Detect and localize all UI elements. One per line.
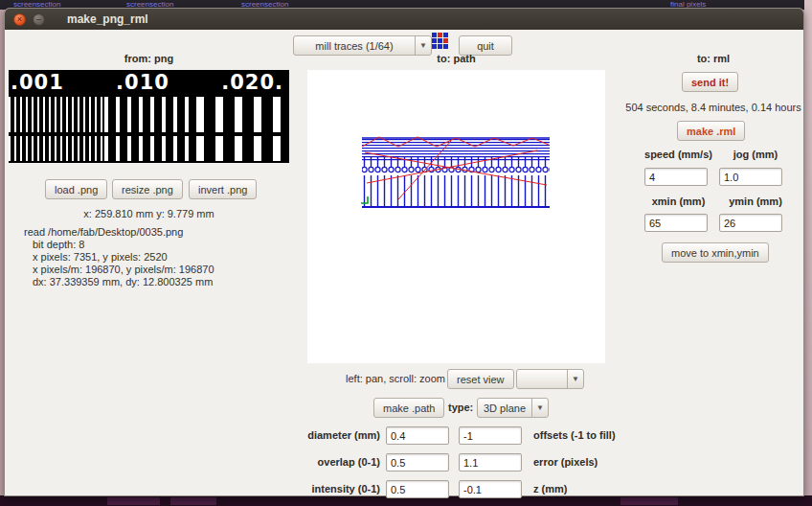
bars-thick [196,97,289,132]
from-png-header: from: png [9,53,289,64]
xmin-label: xmin (mm) [633,196,724,207]
logo-cell [443,44,448,49]
bars-medium [104,97,197,132]
make-path-button[interactable]: make .path [373,398,444,418]
offsets-input[interactable] [459,426,522,445]
jog-input[interactable] [719,168,782,186]
chevron-down-icon[interactable]: ▼ [567,370,583,388]
error-input[interactable] [459,453,522,472]
png-label: .020. [221,71,283,97]
desktop-thumbnail [170,497,216,505]
logo-cell [438,44,442,49]
png-info-line: dx: 37.339359 mm, dy: 12.800325 mm [24,276,214,288]
png-info-line: read /home/fab/Desktop/0035.png [24,226,214,239]
ymin-input[interactable] [719,214,782,232]
type-label: type: [448,402,473,413]
logo-cell [432,44,437,49]
png-label: .001 [11,71,64,97]
png-preview: .001 .010 .020. [9,70,289,163]
path-view-canvas[interactable] [307,70,605,363]
diameter-label: diameter (mm) [275,429,380,441]
overlap-input[interactable] [386,453,449,472]
xmin-input[interactable] [644,214,708,232]
png-test-bars [9,136,289,161]
bars-medium [104,136,197,161]
type-select-value: 3D plane [478,399,531,417]
bars-thin [9,136,104,161]
png-info-block: read /home/fab/Desktop/0035.png bit dept… [24,226,214,288]
close-button[interactable]: × [13,13,26,26]
jog-label: jog (mm) [719,149,792,160]
view-select-value [517,370,567,388]
logo-cell [432,33,437,37]
to-path-header: to: path [307,53,605,64]
z-label: z (mm) [533,483,567,494]
window-title: make_png_rml [67,12,148,26]
logo-cell [443,38,448,43]
desktop-right-strip [804,0,812,506]
png-test-bars [9,97,289,132]
ymin-label: ymin (mm) [719,196,792,207]
error-label: error (pixels) [533,456,598,468]
png-info-line: x pixels: 7351, y pixels: 2520 [24,251,214,264]
send-it-button[interactable]: send it! [682,72,738,92]
logo-cell [443,33,448,37]
invert-png-button[interactable]: invert .png [189,179,257,199]
logo-cell [432,38,437,43]
minimize-button[interactable]: – [33,13,45,26]
close-icon: × [17,15,22,24]
minimize-icon: – [36,15,41,24]
chevron-down-icon[interactable]: ▼ [531,399,548,417]
resize-png-button[interactable]: resize .png [112,179,183,199]
intensity-label: intensity (0-1) [275,483,380,494]
logo-cell [438,38,442,43]
make-rml-button[interactable]: make .rml [677,121,745,141]
png-label: .010 [116,71,169,97]
fab-modules-logo-icon [429,31,450,50]
type-select[interactable]: 3D plane ▼ [477,398,549,418]
desktop-thumbnail [107,497,160,505]
to-rml-header: to: rml [623,53,803,64]
pan-zoom-hint: left: pan, scroll: zoom [317,373,445,384]
time-estimate: 504 seconds, 8.4 minutes, 0.14 hours [621,102,805,113]
app-window: × – make_png_rml mill traces (1/64) ▼ qu… [4,8,804,496]
titlebar[interactable]: × – make_png_rml [5,9,803,30]
png-info-line: bit depth: 8 [24,239,214,251]
logo-cell [438,33,442,37]
diameter-input[interactable] [386,426,449,445]
desktop-thumbnail [620,497,678,505]
intensity-input[interactable] [386,480,449,498]
overlap-label: overlap (0-1) [275,456,380,468]
path-preview-drawing [307,70,605,363]
bars-thin [9,97,104,132]
view-select[interactable]: ▼ [516,369,584,389]
speed-label: speed (mm/s) [633,149,724,160]
png-size-readout: x: 259.810 mm y: 9.779 mm [9,208,289,219]
png-info-line: x pixels/m: 196870, y pixels/m: 196870 [24,264,214,276]
move-to-xmin-ymin-button[interactable]: move to xmin,ymin [662,242,769,263]
z-input[interactable] [459,480,522,498]
load-png-button[interactable]: load .png [45,179,107,199]
speed-input[interactable] [644,168,708,186]
offsets-label: offsets (-1 to fill) [533,429,616,441]
png-preview-labels: .001 .010 .020. [9,70,289,97]
bars-thick [196,136,289,161]
reset-view-button[interactable]: reset view [447,369,514,389]
